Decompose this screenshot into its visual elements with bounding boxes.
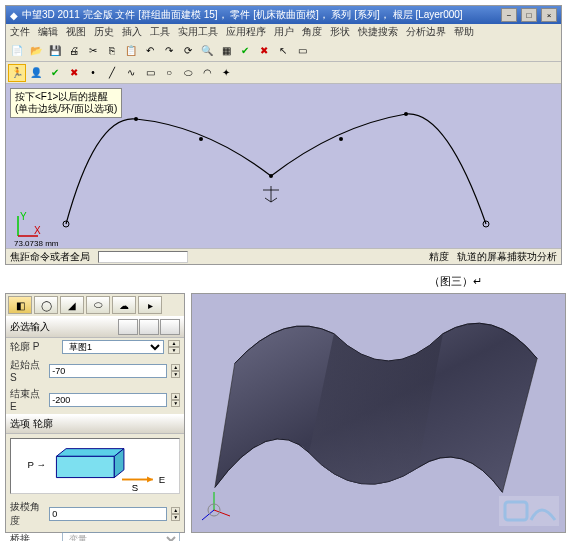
menu-file[interactable]: 文件 bbox=[10, 25, 30, 39]
sketch-line-icon[interactable]: ╱ bbox=[103, 64, 121, 82]
tool-zoom-icon[interactable]: 🔍 bbox=[198, 42, 216, 60]
sketch-rect-icon[interactable]: ▭ bbox=[141, 64, 159, 82]
svg-point-5 bbox=[404, 112, 408, 116]
tool-new-icon[interactable]: 📄 bbox=[8, 42, 26, 60]
tool-redo-icon[interactable]: ↷ bbox=[160, 42, 178, 60]
tab-cloud-icon[interactable]: ☁ bbox=[112, 296, 136, 314]
svg-point-3 bbox=[269, 174, 273, 178]
svg-text:X: X bbox=[34, 225, 41, 236]
angle-spinner[interactable]: ▲▼ bbox=[171, 507, 180, 521]
menu-history[interactable]: 历史 bbox=[94, 25, 114, 39]
caption-fig3: （图三）↵ bbox=[0, 270, 571, 293]
svg-text:P →: P → bbox=[28, 459, 47, 470]
end-spinner[interactable]: ▲▼ bbox=[171, 393, 180, 407]
end-label: 结束点 E bbox=[10, 387, 45, 412]
cad-main-window: ◆ 中望3D 2011 完全版 文件 [群组曲面建模 15]， 零件 [机床散曲… bbox=[5, 5, 562, 265]
svg-marker-13 bbox=[56, 456, 114, 477]
profile-select[interactable]: 草图1 bbox=[62, 340, 164, 354]
sketch-ok-icon[interactable]: ✔ bbox=[46, 64, 64, 82]
close-button[interactable]: × bbox=[541, 8, 557, 22]
tab-cylinder-icon[interactable]: ◯ bbox=[34, 296, 58, 314]
sketch-arc-icon[interactable]: ◠ bbox=[198, 64, 216, 82]
tab-surface-icon[interactable]: ◢ bbox=[60, 296, 84, 314]
bridge-select: 变量 bbox=[62, 532, 180, 541]
window-title: 中望3D 2011 完全版 文件 [群组曲面建模 15]， 零件 [机床散曲面模… bbox=[22, 8, 463, 22]
tool-print-icon[interactable]: 🖨 bbox=[65, 42, 83, 60]
menu-quick[interactable]: 快捷搜索 bbox=[358, 25, 398, 39]
svg-marker-12 bbox=[56, 449, 124, 457]
tool-open-icon[interactable]: 📂 bbox=[27, 42, 45, 60]
menu-insert[interactable]: 插入 bbox=[122, 25, 142, 39]
viewport-3d[interactable] bbox=[191, 293, 566, 533]
sketch-point-icon[interactable]: • bbox=[84, 64, 102, 82]
bridge-label: 桥接 bbox=[10, 532, 58, 541]
tool-check-icon[interactable]: ✔ bbox=[236, 42, 254, 60]
sketch-circle-icon[interactable]: ○ bbox=[160, 64, 178, 82]
menu-angle[interactable]: 角度 bbox=[302, 25, 322, 39]
menu-view[interactable]: 视图 bbox=[66, 25, 86, 39]
menu-analyze[interactable]: 分析边界 bbox=[406, 25, 446, 39]
svg-point-2 bbox=[199, 137, 203, 141]
app-icon: ◆ bbox=[10, 10, 18, 21]
sketch-profile-icon[interactable]: 👤 bbox=[27, 64, 45, 82]
section-required-label: 必选输入 bbox=[10, 320, 50, 334]
toolbar-1: 📄 📂 💾 🖨 ✂ ⎘ 📋 ↶ ↷ ⟳ 🔍 ▦ ✔ ✖ ↖ ▭ bbox=[6, 40, 561, 62]
toolbar-2: 🏃 👤 ✔ ✖ • ╱ ∿ ▭ ○ ⬭ ◠ ✦ bbox=[6, 62, 561, 84]
tab-shell-icon[interactable]: ⬭ bbox=[86, 296, 110, 314]
sketch-spline-icon[interactable]: ∿ bbox=[122, 64, 140, 82]
svg-point-1 bbox=[134, 117, 138, 121]
command-input[interactable] bbox=[98, 251, 188, 263]
axis3d-icon bbox=[200, 490, 234, 524]
tool-save-icon[interactable]: 💾 bbox=[46, 42, 64, 60]
menu-help[interactable]: 帮助 bbox=[454, 25, 474, 39]
titlebar: ◆ 中望3D 2011 完全版 文件 [群组曲面建模 15]， 零件 [机床散曲… bbox=[6, 6, 561, 24]
start-input[interactable] bbox=[49, 364, 167, 378]
svg-text:S: S bbox=[132, 482, 138, 493]
tool-paste-icon[interactable]: 📋 bbox=[122, 42, 140, 60]
menu-shape[interactable]: 形状 bbox=[330, 25, 350, 39]
tool-grid-icon[interactable]: ▦ bbox=[217, 42, 235, 60]
start-label: 起始点 S bbox=[10, 358, 45, 383]
watermark-icon bbox=[499, 496, 559, 526]
sketch-cancel-icon[interactable]: ✖ bbox=[65, 64, 83, 82]
svg-point-4 bbox=[339, 137, 343, 141]
tool-cursor-icon[interactable]: ↖ bbox=[274, 42, 292, 60]
minimize-button[interactable]: − bbox=[501, 8, 517, 22]
end-input[interactable] bbox=[49, 393, 167, 407]
tool-cancel-icon[interactable]: ✖ bbox=[255, 42, 273, 60]
preset3-icon[interactable] bbox=[160, 319, 180, 335]
menu-util[interactable]: 实用工具 bbox=[178, 25, 218, 39]
menu-tools[interactable]: 工具 bbox=[150, 25, 170, 39]
tab-more-icon[interactable]: ▸ bbox=[138, 296, 162, 314]
menu-user[interactable]: 用户 bbox=[274, 25, 294, 39]
section-options: 选项 轮廓 bbox=[6, 414, 184, 434]
sketch-star-icon[interactable]: ✦ bbox=[217, 64, 235, 82]
start-spinner[interactable]: ▲▼ bbox=[171, 364, 180, 378]
axis-indicator-icon: Y X bbox=[14, 212, 42, 240]
tool-copy-icon[interactable]: ⎘ bbox=[103, 42, 121, 60]
tab-box-icon[interactable]: ◧ bbox=[8, 296, 32, 314]
sketch-run-icon[interactable]: 🏃 bbox=[8, 64, 26, 82]
maximize-button[interactable]: □ bbox=[521, 8, 537, 22]
svg-text:Y: Y bbox=[20, 212, 27, 222]
properties-panel: ◧ ◯ ◢ ⬭ ☁ ▸ 必选输入 轮廓 P 草图1 ▲▼ 起始点 S ▲▼ 结束 bbox=[5, 293, 185, 533]
menu-edit[interactable]: 编辑 bbox=[38, 25, 58, 39]
status-mid: 精度 bbox=[429, 250, 449, 264]
menu-app[interactable]: 应用程序 bbox=[226, 25, 266, 39]
tool-mode-icon[interactable]: ▭ bbox=[293, 42, 311, 60]
sketch-ellipse-icon[interactable]: ⬭ bbox=[179, 64, 197, 82]
svg-marker-16 bbox=[147, 477, 153, 483]
spline-curve bbox=[6, 84, 546, 248]
dimension-readout: 73.0738 mm bbox=[14, 239, 58, 248]
drawing-canvas[interactable]: 按下<F1>以后的提醒 (单击边线/环/面以选项) Y X 73.0738 mm bbox=[6, 84, 561, 248]
svg-text:E: E bbox=[159, 474, 165, 485]
panel-tab-icons: ◧ ◯ ◢ ⬭ ☁ ▸ bbox=[6, 294, 184, 316]
preset1-icon[interactable] bbox=[118, 319, 138, 335]
profile-spinner[interactable]: ▲▼ bbox=[168, 340, 180, 354]
status-left: 焦距命令或者全局 bbox=[10, 250, 90, 264]
tool-cut-icon[interactable]: ✂ bbox=[84, 42, 102, 60]
preset2-icon[interactable] bbox=[139, 319, 159, 335]
tool-undo-icon[interactable]: ↶ bbox=[141, 42, 159, 60]
tool-refresh-icon[interactable]: ⟳ bbox=[179, 42, 197, 60]
angle-input[interactable] bbox=[49, 507, 167, 521]
